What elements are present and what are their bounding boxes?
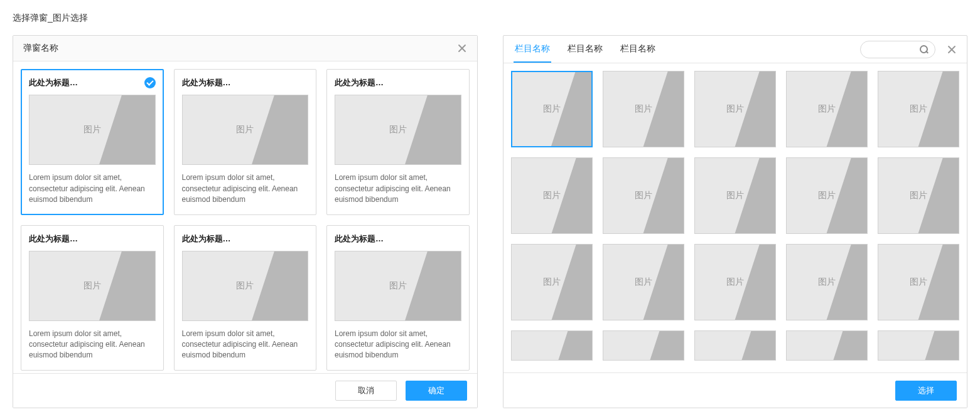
image-placeholder: 图片 <box>182 251 309 321</box>
image-item[interactable]: 图片 <box>786 157 868 234</box>
placeholder-label: 图片 <box>635 103 652 115</box>
image-item[interactable] <box>878 330 959 361</box>
confirm-button[interactable]: 确定 <box>406 381 467 401</box>
image-item[interactable]: 图片 <box>511 157 593 234</box>
card-title: 此处为标题… <box>182 77 231 88</box>
placeholder-label: 图片 <box>910 103 927 115</box>
image-card[interactable]: 此处为标题…图片Lorem ipsum dolor sit amet, cons… <box>174 69 317 214</box>
image-placeholder: 图片 <box>335 251 461 321</box>
select-button[interactable]: 选择 <box>895 381 957 401</box>
tabs-header: 栏目名称栏目名称栏目名称 <box>503 36 967 63</box>
card-title: 此处为标题… <box>335 77 384 88</box>
image-item[interactable]: 图片 <box>511 71 593 147</box>
image-card[interactable]: 此处为标题…图片Lorem ipsum dolor sit amet, cons… <box>21 225 164 371</box>
placeholder-label: 图片 <box>818 277 836 288</box>
placeholder-label: 图片 <box>818 190 836 201</box>
placeholder-label: 图片 <box>236 124 254 135</box>
image-item[interactable]: 图片 <box>694 244 776 320</box>
image-placeholder: 图片 <box>694 157 776 234</box>
image-item[interactable] <box>603 330 684 361</box>
dialog-left: 弹窗名称 此处为标题…图片Lorem ipsum dolor sit amet,… <box>13 35 478 408</box>
card-title: 此处为标题… <box>29 77 78 88</box>
check-icon <box>144 77 156 88</box>
placeholder-label: 图片 <box>389 280 407 292</box>
image-card[interactable]: 此处为标题…图片Lorem ipsum dolor sit amet, cons… <box>174 225 317 371</box>
image-placeholder: 图片 <box>878 244 959 320</box>
image-placeholder: 图片 <box>335 95 461 165</box>
card-desc: Lorem ipsum dolor sit amet, consectetur … <box>335 329 461 361</box>
image-placeholder <box>786 330 868 361</box>
image-placeholder: 图片 <box>786 244 868 320</box>
close-icon[interactable] <box>457 43 467 53</box>
card-title: 此处为标题… <box>182 233 231 245</box>
image-placeholder: 图片 <box>878 71 959 147</box>
image-card[interactable]: 此处为标题…图片Lorem ipsum dolor sit amet, cons… <box>21 69 164 214</box>
image-placeholder <box>511 330 593 361</box>
search-input[interactable] <box>876 45 920 54</box>
dialog-header-left: 弹窗名称 <box>13 36 477 61</box>
image-item[interactable]: 图片 <box>878 157 959 234</box>
placeholder-label: 图片 <box>543 103 561 115</box>
image-item[interactable] <box>694 330 776 361</box>
dialog-footer-left: 取消 确定 <box>13 373 477 408</box>
image-item[interactable] <box>786 330 868 361</box>
dialog-body-right: 图片图片图片图片图片图片图片图片图片图片图片图片图片图片图片 <box>503 63 967 372</box>
image-placeholder: 图片 <box>511 157 593 234</box>
image-item[interactable] <box>511 330 593 361</box>
image-placeholder: 图片 <box>694 244 776 320</box>
image-item[interactable]: 图片 <box>694 157 776 234</box>
image-placeholder: 图片 <box>786 157 868 234</box>
image-placeholder: 图片 <box>29 251 156 321</box>
image-placeholder: 图片 <box>603 157 684 234</box>
image-item[interactable]: 图片 <box>603 71 684 147</box>
image-item[interactable]: 图片 <box>603 157 684 234</box>
tab[interactable]: 栏目名称 <box>566 36 604 63</box>
image-placeholder <box>694 330 776 361</box>
image-item[interactable]: 图片 <box>786 71 868 147</box>
image-placeholder <box>603 330 684 361</box>
tab[interactable]: 栏目名称 <box>619 36 657 63</box>
placeholder-label: 图片 <box>236 280 254 292</box>
card-desc: Lorem ipsum dolor sit amet, consectetur … <box>29 329 156 361</box>
image-item[interactable]: 图片 <box>694 71 776 147</box>
image-item[interactable]: 图片 <box>511 244 593 320</box>
image-placeholder: 图片 <box>511 244 593 320</box>
image-placeholder: 图片 <box>182 95 309 165</box>
placeholder-label: 图片 <box>726 103 744 115</box>
image-item[interactable]: 图片 <box>603 244 684 320</box>
placeholder-label: 图片 <box>726 277 744 288</box>
placeholder-label: 图片 <box>910 277 927 288</box>
card-title: 此处为标题… <box>335 233 384 245</box>
dialog-right: 栏目名称栏目名称栏目名称 图片图片图片图片图片图片图片图片图片图片图片图片图片图… <box>503 35 968 408</box>
image-placeholder: 图片 <box>29 95 156 165</box>
placeholder-label: 图片 <box>910 190 927 201</box>
image-placeholder: 图片 <box>694 71 776 147</box>
tab[interactable]: 栏目名称 <box>514 36 551 63</box>
card-desc: Lorem ipsum dolor sit amet, consectetur … <box>29 172 156 205</box>
placeholder-label: 图片 <box>543 190 561 201</box>
placeholder-label: 图片 <box>389 124 407 135</box>
placeholder-label: 图片 <box>543 277 561 288</box>
placeholder-label: 图片 <box>635 277 652 288</box>
cancel-button[interactable]: 取消 <box>335 381 397 401</box>
image-item[interactable]: 图片 <box>878 244 959 320</box>
placeholder-label: 图片 <box>83 280 101 292</box>
image-item[interactable]: 图片 <box>878 71 959 147</box>
page-title: 选择弹窗_图片选择 <box>13 13 967 24</box>
card-desc: Lorem ipsum dolor sit amet, consectetur … <box>182 329 309 361</box>
close-icon[interactable] <box>947 45 957 55</box>
image-placeholder: 图片 <box>603 244 684 320</box>
image-card[interactable]: 此处为标题…图片Lorem ipsum dolor sit amet, cons… <box>326 225 470 371</box>
placeholder-label: 图片 <box>818 103 836 115</box>
placeholder-label: 图片 <box>726 190 744 201</box>
image-placeholder: 图片 <box>786 71 868 147</box>
card-desc: Lorem ipsum dolor sit amet, consectetur … <box>182 172 309 205</box>
search-icon <box>920 45 929 54</box>
placeholder-label: 图片 <box>635 190 652 201</box>
image-placeholder: 图片 <box>603 71 684 147</box>
image-placeholder: 图片 <box>878 157 959 234</box>
image-placeholder: 图片 <box>511 71 593 147</box>
image-card[interactable]: 此处为标题…图片Lorem ipsum dolor sit amet, cons… <box>326 69 470 214</box>
search-box[interactable] <box>860 41 935 58</box>
image-item[interactable]: 图片 <box>786 244 868 320</box>
